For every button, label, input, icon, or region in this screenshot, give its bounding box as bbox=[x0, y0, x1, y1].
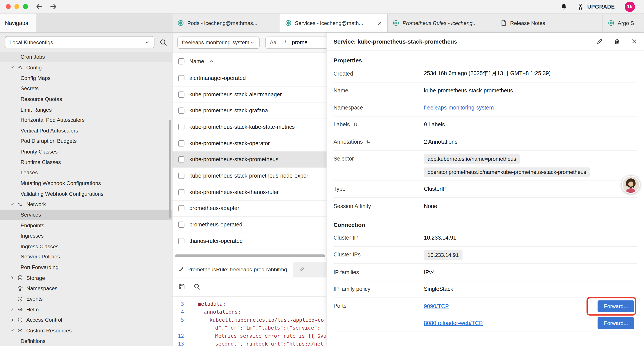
sidebar-item-network-policies[interactable]: Network Policies bbox=[0, 252, 172, 262]
row-checkbox[interactable] bbox=[178, 205, 184, 211]
row-checkbox[interactable] bbox=[178, 156, 184, 162]
sidebar-item-label: Access Control bbox=[26, 317, 62, 323]
search-icon[interactable] bbox=[194, 283, 200, 290]
sidebar-item-events[interactable]: Events bbox=[0, 294, 172, 304]
tab-pods-icecheng-mathmas[interactable]: Pods - icecheng@mathmas... bbox=[172, 13, 280, 32]
zoom-window-button[interactable] bbox=[23, 4, 28, 9]
sidebar-item-services[interactable]: Services bbox=[0, 210, 172, 220]
match-case-toggle[interactable]: Aa bbox=[270, 39, 276, 45]
sidebar-item-namespaces[interactable]: Namespaces bbox=[0, 283, 172, 294]
row-checkbox[interactable] bbox=[178, 91, 184, 97]
sidebar-item-port-forwarding[interactable]: Port Forwarding bbox=[0, 262, 172, 273]
sidebar-item-endpoints[interactable]: Endpoints bbox=[0, 220, 172, 231]
sidebar-item-validating-webhook-configurations[interactable]: Validating Webhook Configurations bbox=[0, 189, 172, 199]
sidebar-item-storage[interactable]: Storage bbox=[0, 273, 172, 283]
sort-icon[interactable] bbox=[353, 122, 358, 127]
notifications-bell-icon[interactable] bbox=[560, 3, 567, 10]
sidebar-item-leases[interactable]: Leases bbox=[0, 168, 172, 178]
sidebar-item-label: Events bbox=[26, 296, 42, 302]
kubeconfig-dropdown[interactable]: Local Kubeconfigs bbox=[5, 36, 154, 48]
row-checkbox[interactable] bbox=[178, 75, 184, 81]
sidebar-item-resource-quotas[interactable]: Resource Quotas bbox=[0, 94, 172, 104]
trash-button[interactable] bbox=[614, 38, 620, 45]
sidebar-item-mutating-webhook-configurations[interactable]: Mutating Webhook Configurations bbox=[0, 178, 172, 189]
close-icon[interactable] bbox=[377, 20, 382, 26]
sidebar-scrollbar[interactable] bbox=[169, 120, 171, 218]
sidebar-item-label: Services bbox=[20, 212, 41, 218]
select-all-checkbox[interactable] bbox=[178, 58, 184, 64]
port-link[interactable]: 8080:reloader-web/TCP bbox=[424, 320, 483, 326]
row-checkbox[interactable] bbox=[178, 107, 184, 114]
detail-label-text: Labels bbox=[334, 122, 350, 128]
line-number: 13 bbox=[172, 340, 190, 346]
sidebar-item-label: Limit Ranges bbox=[20, 106, 52, 113]
notification-badge[interactable]: 15 bbox=[625, 1, 635, 12]
back-button[interactable] bbox=[35, 2, 44, 10]
sidebar-item-vertical-pod-autoscalers[interactable]: Vertical Pod Autoscalers bbox=[0, 125, 172, 136]
detail-row-value: 2 Annotations bbox=[424, 139, 638, 145]
regex-toggle[interactable]: .* bbox=[280, 39, 287, 45]
forward-button[interactable]: Forward... bbox=[598, 300, 634, 312]
sidebar-item-label: Custom Resources bbox=[26, 327, 72, 334]
sidebar-item-network[interactable]: Network bbox=[0, 199, 172, 210]
code-text: metadata: bbox=[190, 300, 226, 308]
name-column-header[interactable]: Name bbox=[190, 58, 204, 64]
editor-tab-prometheusrule-freeleaps-prod-rabbitmq[interactable]: PrometheusRule: freeleaps-prod-rabbitmq bbox=[172, 262, 293, 277]
sidebar-item-config[interactable]: Config bbox=[0, 62, 172, 73]
detail-row-labels: Labels9 Labels bbox=[334, 116, 638, 133]
tab-release-notes[interactable]: Release Notes bbox=[496, 13, 603, 32]
sidebar-item-pod-disruption-budgets[interactable]: Pod Disruption Budgets bbox=[0, 136, 172, 146]
upgrade-button[interactable]: UPGRADE bbox=[577, 3, 615, 10]
row-checkbox[interactable] bbox=[178, 189, 184, 195]
forward-button[interactable]: Forward... bbox=[598, 317, 634, 329]
detail-row-name: Namekube-prometheus-stack-prometheus bbox=[334, 82, 638, 99]
navigator-panel-tab[interactable]: Navigator bbox=[0, 13, 36, 32]
table-horizontal-scrollbar[interactable] bbox=[175, 254, 325, 257]
sidebar-item-priority-classes[interactable]: Priority Classes bbox=[0, 146, 172, 157]
sidebar-item-cron-jobs[interactable]: Cron Jobs bbox=[0, 52, 172, 62]
close-button[interactable] bbox=[631, 38, 638, 45]
detail-row-cluster-ip: Cluster IP10.233.14.91 bbox=[334, 230, 638, 247]
sidebar-item-custom-resources[interactable]: Custom Resources bbox=[0, 325, 172, 336]
detail-row-label: Annotations bbox=[334, 139, 424, 145]
service-name: kube-prometheus-stack-grafana bbox=[190, 107, 268, 114]
row-checkbox[interactable] bbox=[178, 124, 184, 130]
forward-button[interactable] bbox=[49, 2, 58, 10]
chevron-down-icon bbox=[10, 65, 15, 70]
sidebar-item-config-maps[interactable]: Config Maps bbox=[0, 73, 172, 83]
detail-row-namespace: Namespacefreeleaps-monitoring-system bbox=[334, 99, 638, 116]
tab-prometheus-rules-icecheng[interactable]: Prometheus Rules - icecheng... bbox=[388, 13, 496, 32]
sidebar-search-button[interactable] bbox=[159, 38, 167, 46]
sidebar-item-secrets[interactable]: Secrets bbox=[0, 83, 172, 94]
pencil-button[interactable] bbox=[596, 38, 603, 45]
save-icon[interactable] bbox=[178, 283, 185, 290]
minimize-window-button[interactable] bbox=[14, 4, 19, 9]
port-link[interactable]: 9090/TCP bbox=[424, 303, 449, 309]
namespace-dropdown-value: freeleaps-monitoring-system bbox=[182, 39, 249, 45]
sidebar-item-definitions[interactable]: Definitions bbox=[0, 336, 172, 346]
namespace-dropdown[interactable]: freeleaps-monitoring-system bbox=[177, 36, 260, 49]
tab-services-icecheng-math[interactable]: Services - icecheng@math... bbox=[280, 13, 388, 32]
kubernetes-icon bbox=[285, 20, 292, 26]
detail-label-text: Annotations bbox=[334, 139, 363, 145]
search-input[interactable] bbox=[291, 39, 328, 46]
sidebar-item-label: Horizontal Pod Autoscalers bbox=[20, 117, 84, 123]
row-checkbox[interactable] bbox=[178, 238, 184, 244]
namespace-link[interactable]: freeleaps-monitoring-system bbox=[424, 104, 494, 111]
sidebar-item-access-control[interactable]: Access Control bbox=[0, 315, 172, 325]
sidebar-item-horizontal-pod-autoscalers[interactable]: Horizontal Pod Autoscalers bbox=[0, 115, 172, 125]
user-avatar[interactable] bbox=[622, 176, 640, 194]
sidebar-item-ingress-classes[interactable]: Ingress Classes bbox=[0, 241, 172, 252]
close-window-button[interactable] bbox=[6, 4, 10, 9]
sort-icon[interactable] bbox=[366, 139, 371, 144]
row-checkbox[interactable] bbox=[178, 140, 184, 146]
sidebar-item-runtime-classes[interactable]: Runtime Classes bbox=[0, 157, 172, 168]
sidebar-item-helm[interactable]: Helm bbox=[0, 304, 172, 315]
sidebar-item-ingresses[interactable]: Ingresses bbox=[0, 231, 172, 241]
workspace: Local Kubeconfigs Cron JobsConfigConfig … bbox=[0, 33, 644, 346]
sidebar-item-limit-ranges[interactable]: Limit Ranges bbox=[0, 104, 172, 115]
row-checkbox[interactable] bbox=[178, 222, 184, 228]
tab-argo-s[interactable]: Argo S bbox=[603, 13, 644, 32]
detail-row-value: kube-prometheus-stack-prometheus bbox=[424, 88, 638, 94]
row-checkbox[interactable] bbox=[178, 173, 184, 179]
